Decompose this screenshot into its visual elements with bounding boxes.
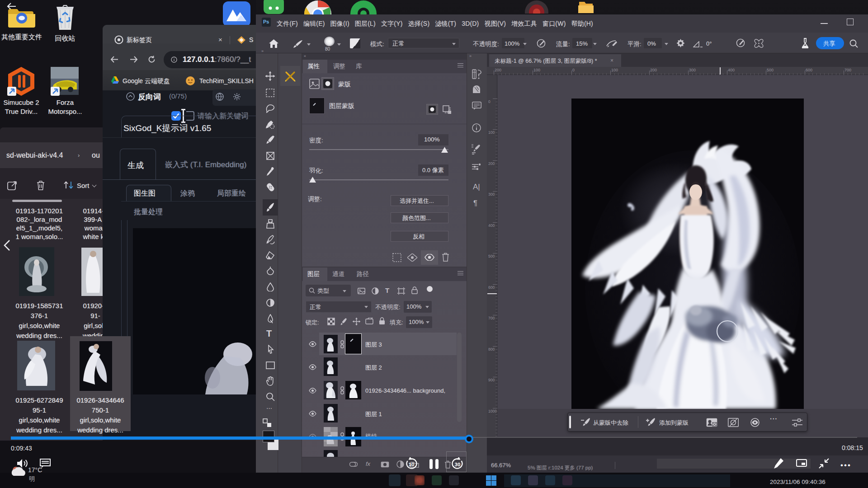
svg-text:30: 30 — [455, 462, 461, 467]
svg-text:10: 10 — [409, 462, 415, 467]
